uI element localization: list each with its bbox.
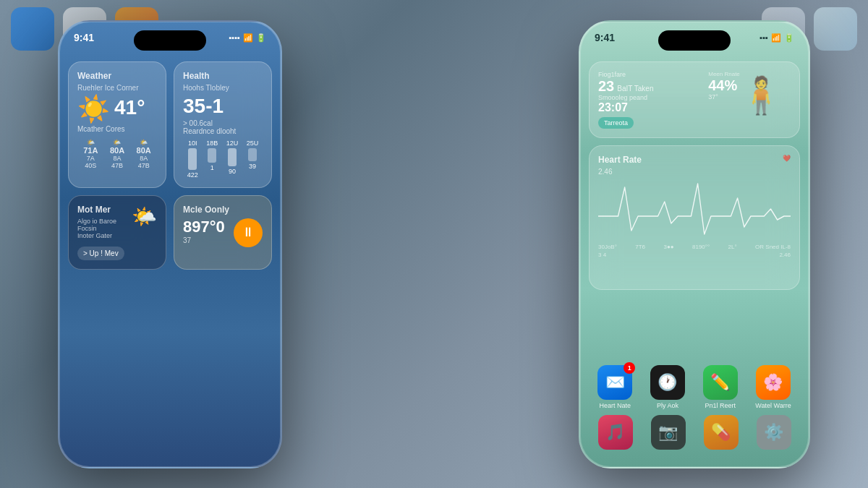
health-widget: Health Hoohs Tlobley 35-1 > 00.6cal Rear… — [174, 61, 272, 188]
settings-emoji: ⚙️ — [764, 423, 783, 442]
health-bar-vis-2 — [228, 148, 237, 166]
timer-title: Mcle Oonly — [183, 205, 263, 215]
mood-button[interactable]: > Up ! Mev — [77, 247, 124, 260]
health-bar-value-1: 1 — [206, 164, 218, 171]
ecg-x-4: 2L° — [728, 244, 737, 250]
clock-emoji: 🕐 — [658, 373, 677, 392]
app-camera-wrapper[interactable]: 📷 — [651, 415, 686, 450]
app-music-wrapper[interactable]: 🎵 — [598, 415, 633, 450]
ecg-x-labels: 30JoB° 7T6 3●● 8190°° 2L° OR Sned IL-8 — [598, 244, 791, 250]
right-stat-unit1: BaIT Taken — [617, 85, 653, 93]
weather-title: Weather — [77, 71, 157, 81]
app-row-2: 🎵 📷 💊 ⚙️ — [589, 415, 800, 450]
timer-pause-icon: ⏸ — [242, 225, 255, 240]
ecg-x-0: 30JoB° — [598, 244, 617, 250]
health-bar-label-1: 18B — [206, 140, 218, 147]
app-photos-label: Watel Warre — [755, 402, 791, 409]
health-bar-2: 12U 90 — [226, 140, 239, 179]
signal-icon-left: ▪▪▪▪ — [229, 33, 240, 42]
health-bar-label-0: 10I — [187, 140, 198, 147]
bg-icon-right2 — [814, 7, 857, 51]
mood-line2: Inoter Gater — [77, 232, 132, 239]
forecast-day-1: 8A — [110, 155, 124, 162]
health-emoji: 💊 — [711, 423, 731, 442]
forecast-row: 🌤️ 71A 7A 40S 🌤️ 80A 8A 47B 🌤️ 80A — [77, 139, 157, 169]
health-bar-1: 18B 1 — [206, 140, 218, 179]
forecast-temp-1: 80A — [110, 146, 124, 155]
phone-right: 9:41 ▪▪▪ 📶 🔋 Fiog1fare 23 BaIT Taken Smo… — [579, 20, 810, 468]
ecg-x-3: 8190°° — [692, 244, 710, 250]
ecg-y-1: 2.46 — [779, 252, 791, 258]
health-bar-vis-1 — [208, 148, 216, 163]
app-photos-wrapper[interactable]: 🌸 Watel Warre — [755, 365, 791, 409]
health-note: Reardnce dlooht — [183, 127, 263, 135]
app-settings-wrapper[interactable]: ⚙️ — [757, 415, 791, 450]
health-bar-vis-0 — [188, 148, 197, 170]
health-bar-row: 10I 422 18B 1 12U 90 25 — [183, 140, 263, 179]
app-camera-icon[interactable]: 📷 — [651, 415, 686, 450]
right-stat-value1: 23 — [598, 78, 614, 94]
health-big-number: 35-1 — [183, 96, 263, 116]
battery-icon-left: 🔋 — [256, 33, 266, 43]
app-health-icon[interactable]: 💊 — [704, 415, 739, 450]
status-icons-right: ▪▪▪ 📶 🔋 — [760, 33, 794, 43]
forecast-date-2: 47B — [137, 162, 151, 169]
health-bar-0: 10I 422 — [187, 140, 198, 179]
forecast-day-2: 8A — [137, 155, 151, 162]
camera-emoji: 📷 — [658, 423, 678, 442]
timer-widget: Mcle Oonly 897°0 37 ⏸ — [174, 195, 272, 270]
ecg-y-labels: 3 4 2.46 — [598, 252, 791, 258]
health-sub-number: > 00.6cal — [183, 119, 263, 127]
health-title: Health — [183, 71, 263, 81]
app-notes-wrapper[interactable]: ✏️ Pn1l Reert — [703, 365, 738, 409]
heart-widget-icon: ❤️ — [783, 155, 791, 162]
notes-emoji: ✏️ — [710, 373, 730, 392]
app-dock-right: ✉️ 1 Heart Nate 🕐 Ply Aok ✏️ Pn1l Reert — [589, 365, 800, 455]
mood-widget: Mot Mer Algo io Baroe Focsin Inoter Gate… — [68, 195, 166, 270]
app-health-wrapper[interactable]: 💊 — [704, 415, 739, 450]
forecast-temp-0: 71A — [83, 146, 98, 155]
forecast-1: 🌤️ 80A 8A 47B — [110, 139, 124, 169]
app-clock-wrapper[interactable]: 🕐 Ply Aok — [650, 365, 685, 409]
app-mail-wrapper[interactable]: ✉️ 1 Heart Nate — [597, 365, 632, 409]
bg-icon-calendar — [11, 7, 54, 51]
wifi-icon-left: 📶 — [243, 33, 253, 43]
app-music-icon[interactable]: 🎵 — [598, 415, 633, 450]
right-stat-label2: Smoooleg peand — [598, 94, 701, 101]
timer-button[interactable]: ⏸ — [234, 218, 263, 247]
ecg-chart — [598, 180, 791, 238]
health-bar-label-2: 12U — [226, 140, 239, 147]
app-mail-icon[interactable]: ✉️ 1 — [597, 365, 632, 400]
mail-emoji: ✉️ — [605, 373, 625, 392]
phone-left: 9:41 ▪▪▪▪ 📶 🔋 Weather Ruehler Ice Corner… — [58, 20, 282, 468]
right-top-widget: Fiog1fare 23 BaIT Taken Smoooleg peand 2… — [589, 61, 800, 138]
weather-widget: Weather Ruehler Ice Corner ☀️ 41° Mcathe… — [68, 61, 166, 188]
forecast-icon-0: 🌤️ — [83, 139, 98, 146]
app-clock-icon[interactable]: 🕐 — [650, 365, 685, 400]
health-bar-value-3: 39 — [247, 163, 259, 170]
right-stat-value2: 23:07 — [598, 101, 701, 114]
battery-icon-right: 🔋 — [784, 33, 794, 43]
ghost-figure-icon: 🧍 — [739, 74, 783, 116]
app-mail-label: Heart Nate — [600, 402, 631, 409]
time-right: 9:41 — [595, 32, 615, 43]
weather-icon: ☀️ — [77, 96, 110, 122]
app-notes-icon[interactable]: ✏️ — [703, 365, 738, 400]
status-bar-left: 9:41 ▪▪▪▪ 📶 🔋 — [74, 32, 266, 43]
health-bar-3: 25U 39 — [247, 140, 259, 179]
forecast-day-0: 7A — [83, 155, 98, 162]
right-stat-steps: Fiog1fare 23 BaIT Taken Smoooleg peand 2… — [598, 71, 701, 129]
app-settings-icon[interactable]: ⚙️ — [757, 415, 791, 450]
forecast-icon-1: 🌤️ — [110, 139, 124, 146]
health-bar-label-3: 25U — [247, 140, 259, 147]
signal-icon-right: ▪▪▪ — [760, 33, 768, 42]
status-bar-right: 9:41 ▪▪▪ 📶 🔋 — [595, 32, 794, 43]
top-widget-row: Weather Ruehler Ice Corner ☀️ 41° Mcathe… — [68, 61, 272, 188]
mood-icon: 🌤️ — [132, 205, 157, 228]
forecast-0: 🌤️ 71A 7A 40S — [83, 139, 98, 169]
ecg-x-2: 3●● — [663, 244, 673, 250]
ecg-x-5: OR Sned IL-8 — [755, 244, 791, 250]
weather-temp-row: ☀️ 41° — [77, 96, 157, 122]
app-photos-icon[interactable]: 🌸 — [756, 365, 791, 400]
mood-title: Mot Mer — [77, 205, 132, 215]
